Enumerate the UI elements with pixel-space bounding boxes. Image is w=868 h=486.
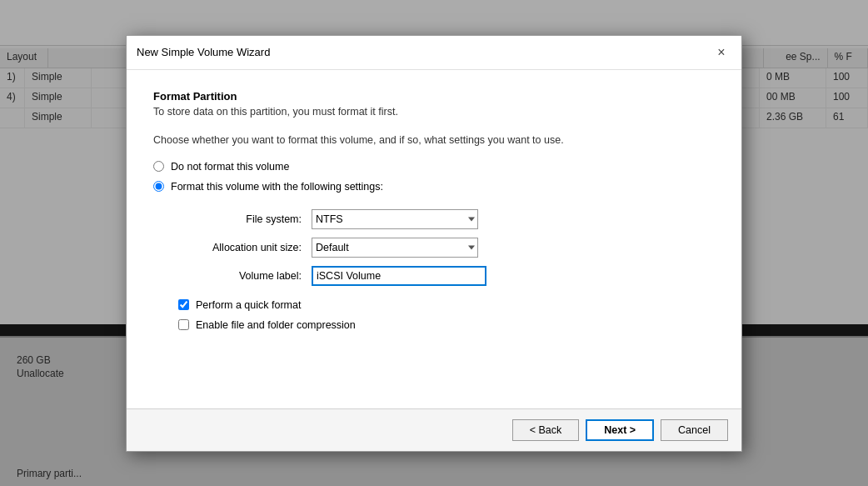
- radio-group: Do not format this volume Format this vo…: [153, 161, 715, 193]
- quick-format-item[interactable]: Perform a quick format: [178, 299, 715, 311]
- allocation-row: Allocation unit size: Default 512 1024 2…: [178, 238, 715, 258]
- choose-text: Choose whether you want to format this v…: [153, 134, 715, 146]
- file-system-label: File system:: [178, 213, 312, 225]
- volume-label-label: Volume label:: [178, 270, 312, 282]
- volume-label-row: Volume label:: [178, 266, 715, 286]
- allocation-label: Allocation unit size:: [178, 242, 312, 253]
- section-title: Format Partition: [153, 90, 715, 103]
- checkbox-group: Perform a quick format Enable file and f…: [178, 299, 715, 331]
- radio-no-format-item[interactable]: Do not format this volume: [153, 161, 715, 173]
- back-button[interactable]: < Back: [512, 419, 580, 441]
- file-system-row: File system: NTFS FAT32 exFAT: [178, 209, 715, 229]
- wizard-dialog: New Simple Volume Wizard × Format Partit…: [126, 35, 742, 452]
- compression-checkbox[interactable]: [178, 319, 189, 330]
- settings-grid: File system: NTFS FAT32 exFAT Allocation…: [178, 209, 715, 286]
- close-button[interactable]: ×: [711, 43, 731, 63]
- radio-format-item[interactable]: Format this volume with the following se…: [153, 181, 715, 193]
- quick-format-label[interactable]: Perform a quick format: [196, 299, 301, 311]
- dialog-footer: < Back Next > Cancel: [127, 409, 741, 451]
- radio-format[interactable]: [153, 181, 164, 192]
- allocation-select-wrapper: Default 512 1024 2048 4096: [312, 238, 478, 258]
- next-button[interactable]: Next >: [586, 419, 654, 441]
- quick-format-checkbox[interactable]: [178, 299, 189, 310]
- dialog-content: Format Partition To store data on this p…: [127, 70, 741, 408]
- cancel-button[interactable]: Cancel: [661, 419, 728, 441]
- title-bar: New Simple Volume Wizard ×: [127, 36, 741, 70]
- compression-label[interactable]: Enable file and folder compression: [196, 319, 356, 331]
- allocation-select[interactable]: Default 512 1024 2048 4096: [312, 238, 478, 258]
- compression-item[interactable]: Enable file and folder compression: [178, 319, 715, 331]
- file-system-select-wrapper: NTFS FAT32 exFAT: [312, 209, 478, 229]
- modal-overlay: New Simple Volume Wizard × Format Partit…: [0, 0, 868, 486]
- dialog-title: New Simple Volume Wizard: [137, 46, 270, 58]
- file-system-select[interactable]: NTFS FAT32 exFAT: [312, 209, 478, 229]
- radio-no-format-label[interactable]: Do not format this volume: [171, 161, 289, 173]
- radio-format-label[interactable]: Format this volume with the following se…: [171, 181, 383, 193]
- volume-label-input[interactable]: [312, 266, 486, 286]
- radio-no-format[interactable]: [153, 161, 164, 172]
- section-subtitle: To store data on this partition, you mus…: [153, 106, 715, 118]
